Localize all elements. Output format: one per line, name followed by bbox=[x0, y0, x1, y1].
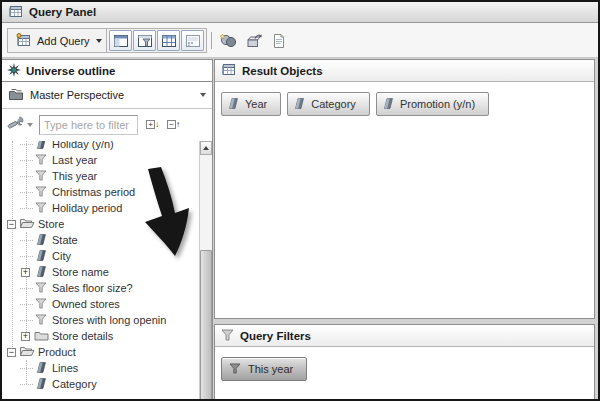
tree-item-label: Store bbox=[38, 218, 64, 230]
annotation-arrow bbox=[141, 167, 197, 259]
query-panel-icon bbox=[8, 5, 23, 20]
sidebar-header: Universe outline bbox=[2, 60, 212, 82]
settings-wrench-icon[interactable] bbox=[7, 116, 24, 133]
dimension-icon bbox=[33, 266, 49, 279]
tree-connector bbox=[20, 304, 33, 305]
tree-connector bbox=[20, 288, 33, 289]
tree-item[interactable]: Store details bbox=[2, 328, 199, 344]
dimension-icon bbox=[33, 250, 49, 263]
query-filter-chip[interactable]: This year bbox=[221, 357, 307, 381]
tree-expander[interactable] bbox=[21, 332, 30, 341]
combined-query-icon[interactable] bbox=[217, 30, 239, 51]
dimension-icon bbox=[229, 98, 238, 111]
tree-expander[interactable] bbox=[21, 268, 30, 277]
filter-funnel-icon bbox=[221, 329, 234, 343]
filter-icon bbox=[33, 170, 49, 183]
tree-item-label: Christmas period bbox=[52, 186, 135, 198]
tree-item-label: Category bbox=[52, 378, 97, 390]
folder-open-icon bbox=[19, 345, 35, 359]
export-query-icon[interactable] bbox=[243, 30, 265, 51]
query-table-icon bbox=[221, 63, 236, 78]
tree-expander[interactable] bbox=[7, 348, 16, 357]
query-panel-window: Query Panel Add Query bbox=[0, 0, 600, 401]
result-object-label: Promotion (y/n) bbox=[400, 98, 475, 110]
chevron-down-icon bbox=[96, 39, 102, 43]
filter-pane-toggle-icon[interactable] bbox=[133, 30, 156, 51]
tree-item-label: Holiday (y/n) bbox=[52, 141, 114, 150]
query-filters-panel: Query Filters This year bbox=[214, 324, 595, 401]
tree-connector bbox=[20, 144, 33, 145]
tree-connector bbox=[20, 384, 33, 385]
expand-all-icon[interactable]: +↓ bbox=[146, 120, 159, 129]
perspective-label: Master Perspective bbox=[30, 89, 194, 101]
dimension-icon bbox=[295, 98, 304, 111]
query-filters-title: Query Filters bbox=[240, 330, 311, 342]
perspective-selector[interactable]: Master Perspective bbox=[2, 82, 212, 109]
filter-icon bbox=[33, 154, 49, 167]
tree-item-label: Last year bbox=[52, 154, 97, 166]
toolbar-separator bbox=[211, 32, 212, 49]
result-object-chip[interactable]: Promotion (y/n) bbox=[376, 92, 489, 116]
folder-dark-icon bbox=[8, 88, 24, 103]
tree-item-label: Holiday period bbox=[52, 202, 122, 214]
filter-icon bbox=[33, 298, 49, 311]
tree-item[interactable]: Stores with long openin bbox=[2, 312, 199, 328]
tree-item[interactable]: Store name bbox=[2, 264, 199, 280]
tree-item[interactable]: Category bbox=[2, 376, 199, 392]
add-query-button[interactable]: Add Query bbox=[8, 29, 110, 52]
tree-expander[interactable] bbox=[7, 220, 16, 229]
tree-connector bbox=[20, 320, 33, 321]
tree-connector bbox=[20, 160, 33, 161]
preview-pane-toggle-icon[interactable] bbox=[181, 30, 204, 51]
filter-icon bbox=[229, 363, 241, 376]
result-pane-toggle-icon[interactable] bbox=[109, 30, 132, 51]
tree-item[interactable]: Sales floor size? bbox=[2, 280, 199, 296]
tree-item[interactable]: Last year bbox=[2, 152, 199, 168]
result-object-chip[interactable]: Year bbox=[221, 92, 281, 116]
tree-scrollbar[interactable] bbox=[199, 141, 212, 399]
result-objects-panel: Result Objects Year bbox=[214, 59, 595, 319]
tree-connector bbox=[20, 176, 33, 177]
filter-icon bbox=[33, 314, 49, 327]
filter-icon bbox=[33, 202, 49, 215]
tree-connector bbox=[20, 368, 33, 369]
result-object-label: Year bbox=[245, 98, 267, 110]
sidebar-title: Universe outline bbox=[26, 65, 115, 77]
tree-item-label: Store name bbox=[52, 266, 109, 278]
tree-scrollbar-thumb[interactable] bbox=[200, 250, 212, 399]
dimension-icon bbox=[33, 362, 49, 375]
dimension-icon bbox=[384, 98, 393, 111]
result-object-chip[interactable]: Category bbox=[287, 92, 370, 116]
universe-outline-icon bbox=[7, 63, 21, 79]
tree-connector bbox=[20, 240, 33, 241]
chevron-down-icon bbox=[27, 123, 33, 127]
result-objects-header: Result Objects bbox=[215, 60, 594, 82]
tree-connector bbox=[20, 256, 33, 257]
collapse-all-icon[interactable]: −↑ bbox=[167, 120, 180, 129]
tree-item-label: Lines bbox=[52, 362, 78, 374]
view-script-icon[interactable] bbox=[268, 30, 290, 51]
data-grid-toggle-icon[interactable] bbox=[157, 30, 180, 51]
tree-filter-row: +↓ −↑ bbox=[2, 109, 212, 140]
tree-item[interactable]: Owned stores bbox=[2, 296, 199, 312]
tree-item[interactable]: Product bbox=[2, 344, 199, 360]
window-titlebar: Query Panel bbox=[2, 2, 598, 23]
tree-filter-input[interactable] bbox=[39, 115, 138, 135]
chevron-down-icon bbox=[200, 93, 206, 97]
filter-icon bbox=[33, 186, 49, 199]
tree-item-label: Product bbox=[38, 346, 76, 358]
view-toggle-group bbox=[106, 28, 207, 53]
filter-icon bbox=[33, 282, 49, 295]
tree-connector bbox=[20, 192, 33, 193]
query-table-icon bbox=[16, 33, 31, 49]
tree-item-label: Stores with long openin bbox=[52, 314, 166, 326]
result-objects-title: Result Objects bbox=[242, 65, 323, 77]
add-query-label: Add Query bbox=[37, 35, 90, 47]
toolbar: Add Query bbox=[2, 23, 598, 58]
tree-item-label: This year bbox=[52, 170, 97, 182]
tree-item[interactable]: Holiday (y/n) bbox=[2, 141, 199, 152]
query-filter-label: This year bbox=[248, 363, 293, 375]
tree-item[interactable]: Lines bbox=[2, 360, 199, 376]
scrollbar-up-arrow[interactable] bbox=[200, 141, 212, 155]
dimension-icon bbox=[33, 234, 49, 247]
